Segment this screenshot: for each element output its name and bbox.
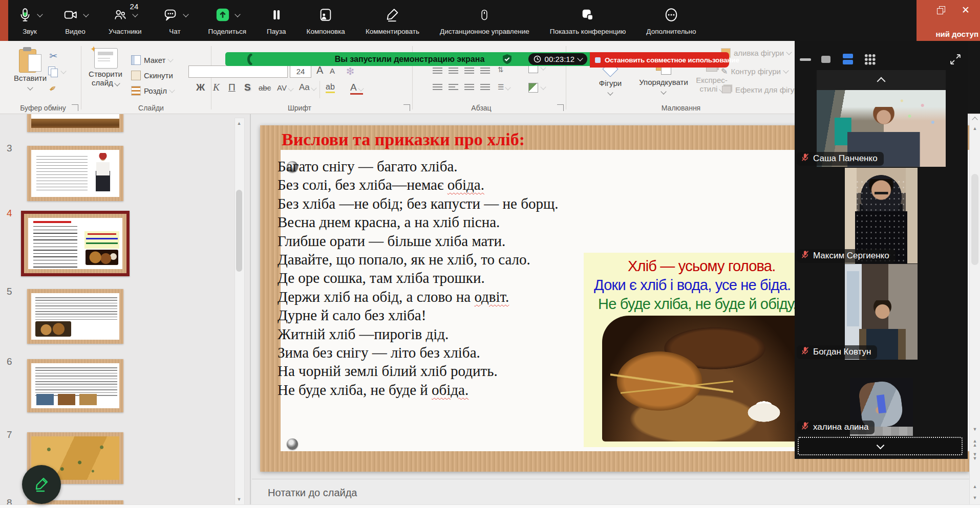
text-shadow-button[interactable]: S [244, 82, 251, 93]
restore-window-button[interactable] [936, 5, 946, 15]
more-participants-button[interactable] [798, 437, 963, 455]
mic-muted-icon [801, 346, 809, 358]
scroll-down-arrow[interactable]: ▼ [235, 495, 243, 503]
justify-button[interactable] [480, 84, 490, 92]
shape-effects-button[interactable]: Ефекти для фігур [721, 85, 798, 94]
quick-styles-label-1: Експрес- [692, 76, 731, 84]
scrollbar-thumb[interactable] [971, 174, 978, 265]
align-left-button[interactable] [433, 84, 442, 92]
toolbar-item-more[interactable]: Дополнительно [646, 0, 696, 35]
notes-scroll-up[interactable]: ▲ [970, 484, 980, 489]
underline-button[interactable]: П [228, 82, 236, 93]
clear-formatting-button[interactable]: ❇ [346, 65, 354, 77]
slide-thumbnail-6[interactable] [27, 359, 123, 412]
meeting-timer[interactable]: 00:23:12 [528, 53, 587, 65]
shrink-font-button[interactable]: А [330, 67, 335, 75]
thumbnail-content [31, 293, 119, 340]
slide-thumbnail-3[interactable] [27, 146, 123, 201]
toolbar-item-participants[interactable]: 24Участники [109, 0, 142, 35]
bread-photo[interactable] [602, 316, 807, 441]
next-slide-button[interactable]: ▼▼ [970, 452, 980, 460]
bold-button[interactable]: Ж [196, 82, 205, 93]
thumbnails-scrollbar[interactable]: ▲ ▼ [235, 118, 245, 505]
toolbar-item-video[interactable]: Видео [62, 0, 88, 35]
decrease-indent-button[interactable] [464, 68, 474, 75]
collapse-videos-button[interactable] [817, 70, 946, 90]
notes-pane: Нотатки до слайда [252, 479, 980, 508]
chevron-down-icon [169, 87, 175, 93]
editor-scrollbar[interactable]: ▲ ▼ ▲▲ ▼▼ ▲ ▼ [969, 114, 980, 508]
close-window-button[interactable]: ✕ [961, 5, 971, 15]
expand-panel-icon[interactable] [949, 53, 962, 65]
toolbar-item-remote[interactable]: Дистанционное управление [440, 0, 529, 35]
section-button[interactable]: Розділ [131, 86, 174, 96]
toolbar-item-annotate[interactable]: Комментировать [366, 0, 419, 35]
font-dialog-launcher[interactable] [403, 104, 410, 111]
bullets-button[interactable] [433, 68, 442, 75]
toolbar-item-share[interactable]: Поделиться [208, 0, 247, 35]
increase-indent-button[interactable] [480, 68, 490, 75]
align-center-button[interactable] [449, 84, 458, 92]
change-case-button[interactable]: Aa [299, 82, 316, 93]
toolbar-item-meeting[interactable]: Показать конференцию [550, 0, 626, 35]
annotation-tools-button[interactable] [22, 465, 61, 504]
grow-font-button[interactable]: А [316, 64, 323, 76]
grommet-decoration [287, 438, 298, 450]
strikethrough-button[interactable]: abc [259, 83, 271, 92]
window-controls-corner: ✕ ний доступ [917, 0, 980, 41]
copy-button[interactable] [48, 67, 66, 77]
notes-placeholder[interactable]: Нотатки до слайда [268, 487, 357, 499]
italic-button[interactable]: К [213, 82, 220, 93]
slide-title[interactable]: Вислови та приказки про хліб: [282, 130, 525, 149]
collapse-ribbon-button[interactable] [973, 115, 977, 124]
font-size-input[interactable]: 24 [290, 65, 311, 78]
clipboard-group-label: Буфер обміну [20, 104, 66, 112]
convert-smartart-button[interactable] [528, 83, 545, 93]
slide-thumbnail[interactable] [27, 114, 123, 132]
scroll-up-arrow[interactable]: ▲ [970, 126, 980, 131]
highlight-button[interactable]: ab [326, 82, 335, 93]
toolbar-item-chat[interactable]: Чат [162, 0, 188, 35]
toolbar-item-label: Компоновка [307, 28, 345, 35]
speaker-view-icon[interactable] [821, 56, 830, 63]
line-spacing-button[interactable]: ⇅ [498, 65, 504, 74]
reset-button[interactable]: Скинути [131, 71, 173, 80]
sharing-indicator-icon [245, 54, 256, 65]
slide-body-text[interactable]: Багато снігу — багато хліба.Без солі, бе… [278, 157, 559, 399]
slide-thumbnail-5[interactable] [27, 289, 123, 344]
stop-share-button[interactable]: Остановить совместное использование [590, 52, 729, 68]
scroll-down-arrow[interactable]: ▼ [970, 427, 980, 432]
toolbar-item-layout[interactable]: Компоновка [307, 0, 345, 35]
columns-button[interactable]: ☰ [498, 83, 510, 91]
align-right-button[interactable] [464, 84, 474, 92]
layout-button[interactable]: Макет [131, 55, 173, 65]
font-name-input[interactable] [188, 65, 288, 78]
drawing-group-label: Малювання [662, 104, 700, 112]
notes-scroll-down[interactable]: ▼ [970, 495, 980, 500]
numbering-button[interactable] [449, 68, 458, 75]
minimize-panel-icon[interactable] [800, 58, 811, 61]
shapes-label: Фігури [589, 79, 632, 87]
participant-name: Максим Сергиенко [813, 251, 889, 261]
character-spacing-button[interactable]: AV [277, 83, 293, 92]
paragraph-dialog-launcher[interactable] [557, 104, 564, 111]
cut-button[interactable]: ✂ [49, 50, 57, 62]
slide-thumbnail-4[interactable] [21, 211, 130, 276]
strip-view-icon[interactable] [843, 54, 853, 65]
new-slide-button[interactable]: ✦ Створити слайд [83, 46, 128, 87]
shape-outline-button[interactable]: ✎ Контур фігури [721, 67, 788, 76]
previous-slide-button[interactable]: ▲▲ [970, 439, 980, 447]
gallery-view-icon[interactable] [864, 54, 876, 65]
toolbar-item-pause[interactable]: Пауза [267, 0, 286, 35]
chevron-down-icon [786, 49, 792, 55]
scroll-up-arrow[interactable]: ▲ [235, 119, 243, 127]
security-shield-icon [502, 54, 513, 64]
font-color-button[interactable]: А [350, 82, 363, 95]
format-painter-button[interactable]: ✒ [49, 83, 57, 94]
mic-muted-icon [801, 422, 809, 433]
paste-button[interactable]: Вставити [13, 47, 47, 91]
scrollbar-thumb[interactable] [236, 190, 242, 272]
toolbar-item-audio[interactable]: Звук [17, 0, 42, 35]
clipboard-dialog-launcher[interactable] [72, 104, 78, 111]
screen-share-banner: Вы запустили демонстрацию экрана 00:23:1… [225, 52, 590, 66]
